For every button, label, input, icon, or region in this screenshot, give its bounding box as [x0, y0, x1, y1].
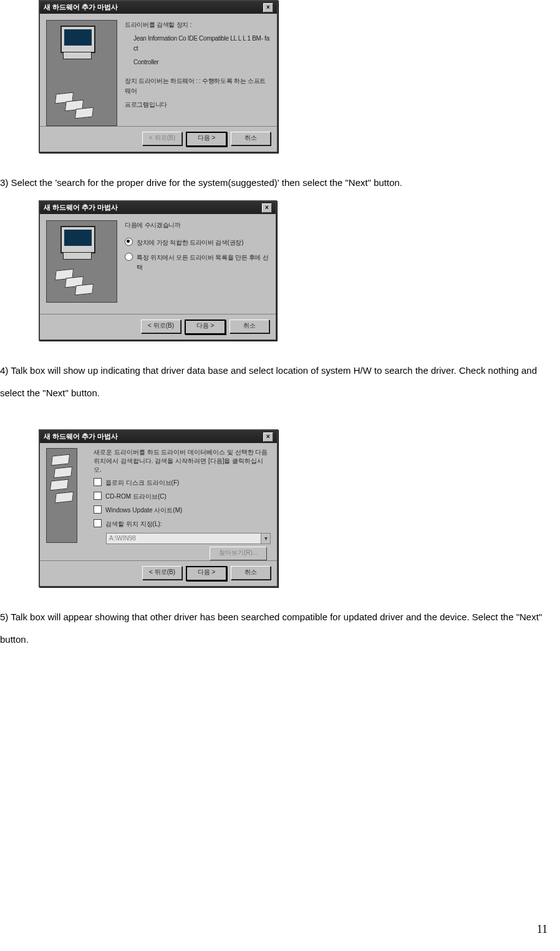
wizard-dialog-2: 새 하드웨어 추가 마법사 × 다음에 수시겠습니까 장치에 가장 적합한 드라…	[39, 200, 277, 341]
option-list[interactable]: 특정 위치에서 모든 드라이버 목록을 만든 후에 선택	[125, 253, 269, 273]
next-button[interactable]: 다음 >	[186, 566, 227, 581]
instruction-text: 새로운 드라이버를 하드 드라이버 데이터베이스 및 선택한 다음 위치에서 검…	[85, 448, 271, 474]
cancel-button[interactable]: 취소	[229, 319, 269, 333]
titlebar: 새 하드웨어 추가 마법사 ×	[40, 431, 277, 443]
checkbox-icon	[94, 478, 102, 486]
step5-text: 5) Talk box will appear showing that oth…	[0, 606, 560, 651]
close-icon[interactable]: ×	[263, 3, 273, 12]
option-suggested[interactable]: 장치에 가장 적합한 드라이버 검색(권장)	[125, 238, 269, 248]
check-windows-update[interactable]: Windows Update 사이트(M)	[94, 505, 271, 515]
back-button[interactable]: < 뒤로(B)	[142, 566, 182, 580]
para2: 프로그램입니다	[125, 100, 271, 110]
location-field[interactable]: A:\WIN98 ▾	[106, 533, 271, 544]
step4-text: 4) Talk box will show up indicating that…	[0, 359, 560, 404]
option-label: 장치에 가장 적합한 드라이버 검색(권장)	[137, 238, 243, 248]
cancel-button[interactable]: 취소	[231, 566, 271, 580]
close-icon[interactable]: ×	[262, 203, 272, 213]
wizard-dialog-1: 새 하드웨어 추가 마법사 × 드라이버를 검색할 장치 : Jean Info…	[39, 0, 278, 153]
check-label: 검색할 위치 지정(L):	[105, 519, 162, 529]
para1: 장치 드라이버는 하드웨어 : : 수행하도록 하는 소프트웨어	[125, 76, 271, 96]
prompt: 다음에 수시겠습니까	[125, 220, 269, 230]
checkbox-icon	[94, 505, 102, 514]
dropdown-arrow-icon[interactable]: ▾	[261, 534, 270, 544]
step3-text: 3) Select the 'search for the proper dri…	[0, 172, 560, 194]
device-line1: Jean Information Co IDE Compatible LL L …	[125, 34, 271, 54]
heading: 드라이버를 검색할 장치 :	[125, 20, 271, 30]
location-value: A:\WIN98	[109, 534, 136, 544]
check-label: CD-ROM 드라이브(C)	[105, 492, 167, 502]
back-button[interactable]: < 뒤로(B)	[142, 132, 182, 145]
wizard-dialog-3: 새 하드웨어 추가 마법사 × 새로운 드라이버를 하드 드라이버 데이터베이스…	[39, 429, 278, 587]
page-number: 11	[537, 920, 548, 939]
dialog-title: 새 하드웨어 추가 마법사	[44, 202, 118, 213]
browse-button[interactable]: 찾아보기(R)...	[210, 547, 267, 560]
back-button[interactable]: < 뒤로(B)	[141, 319, 181, 333]
checkbox-icon	[94, 492, 102, 500]
cancel-button[interactable]: 취소	[231, 132, 271, 145]
dialog-title: 새 하드웨어 추가 마법사	[44, 2, 118, 13]
wizard-graphic	[46, 448, 77, 543]
next-button[interactable]: 다음 >	[186, 132, 227, 147]
wizard-graphic	[46, 20, 117, 126]
check-cdrom[interactable]: CD-ROM 드라이브(C)	[94, 492, 271, 502]
option-label: 특정 위치에서 모든 드라이버 목록을 만든 후에 선택	[137, 253, 269, 273]
check-specify-location[interactable]: 검색할 위치 지정(L):	[94, 519, 271, 529]
radio-icon	[125, 238, 133, 246]
check-label: Windows Update 사이트(M)	[105, 505, 182, 515]
titlebar: 새 하드웨어 추가 마법사 ×	[40, 202, 276, 214]
radio-icon	[125, 253, 133, 261]
close-icon[interactable]: ×	[263, 432, 273, 442]
next-button[interactable]: 다음 >	[185, 319, 226, 334]
titlebar: 새 하드웨어 추가 마법사 ×	[40, 1, 277, 14]
device-line2: Controller	[125, 57, 271, 67]
checkbox-icon	[94, 519, 102, 527]
wizard-graphic	[46, 220, 117, 303]
check-label: 플로피 디스크 드라이브(F)	[105, 478, 179, 488]
dialog-title: 새 하드웨어 추가 마법사	[44, 431, 118, 442]
check-floppy[interactable]: 플로피 디스크 드라이브(F)	[94, 478, 271, 488]
